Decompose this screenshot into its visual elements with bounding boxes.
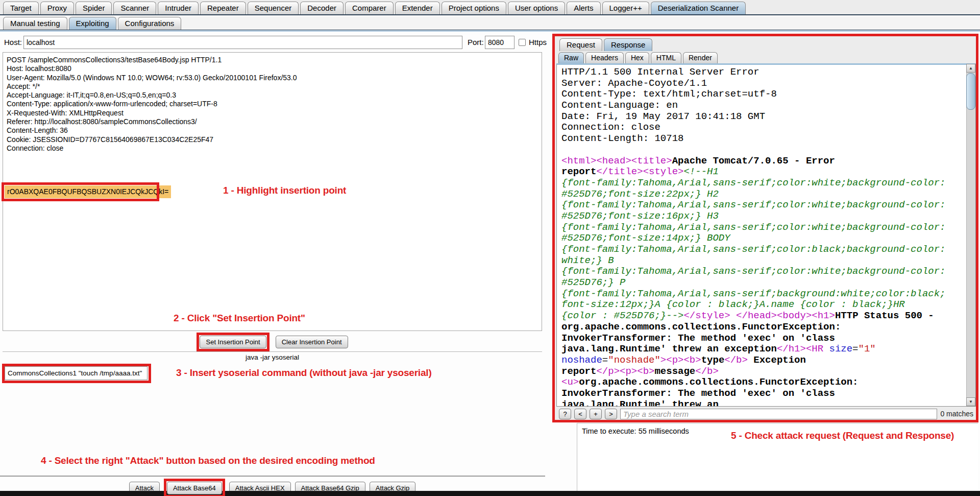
response-line: {font-family:Tahoma,Arial,sans-serif;col…	[561, 244, 962, 255]
tab-headers[interactable]: Headers	[585, 52, 624, 63]
burp-tab-bar: TargetProxySpiderScannerIntruderRepeater…	[0, 0, 980, 15]
request-header-line: Accept: */*	[7, 82, 542, 91]
tab-repeater[interactable]: Repeater	[200, 2, 246, 14]
response-line: {font-family:Tahoma,Arial,sans-serif;col…	[561, 222, 962, 233]
response-line: java.lang.Runtime' threw an	[561, 399, 962, 407]
tab-configurations[interactable]: Configurations	[118, 17, 182, 30]
tab-user-options[interactable]: User options	[508, 2, 565, 14]
divider	[0, 476, 545, 477]
https-label: Https	[529, 38, 547, 46]
annotation-box-step4: Attack Base64	[164, 479, 225, 496]
tab-decoder[interactable]: Decoder	[300, 2, 344, 14]
annotation-step2: 2 - Click "Set Insertion Point"	[174, 313, 305, 324]
request-header-line: User-Agent: Mozilla/5.0 (Windows NT 10.0…	[7, 74, 542, 82]
tab-intruder[interactable]: Intruder	[158, 2, 199, 14]
response-line: font-size:12px;}A {color : black;}A.name…	[561, 299, 962, 311]
ysoserial-command-input[interactable]	[5, 366, 148, 380]
search-next-button[interactable]: >	[605, 409, 617, 419]
annotation-step3: 3 - Insert ysoserial command (without ja…	[176, 367, 432, 379]
scroll-down-icon[interactable]: ▼	[966, 397, 975, 406]
response-viewer[interactable]: HTTP/1.1 500 Internal Server ErrorServer…	[556, 63, 976, 407]
request-headers: POST /sampleCommonsCollections3/testBase…	[3, 53, 542, 153]
response-search-bar: ?<+> 0 matches	[556, 407, 976, 420]
tab-logger[interactable]: Logger++	[602, 2, 649, 14]
response-line: Content-Language: en	[561, 100, 962, 111]
search-help-button[interactable]: ?	[559, 409, 571, 419]
clear-insertion-point-button[interactable]: Clear Insertion Point	[276, 336, 348, 348]
tab-target[interactable]: Target	[3, 2, 39, 14]
tab-html[interactable]: HTML	[651, 52, 681, 63]
host-label: Host:	[4, 38, 22, 46]
request-header-line: Content-Type: application/x-www-form-url…	[7, 100, 542, 108]
response-line: #525D76;} P	[561, 277, 962, 289]
response-line: InvokerTransformer: The method 'exec' on…	[561, 388, 962, 399]
response-line: <u>org.apache.commons.collections.Functo…	[561, 377, 962, 388]
tab-request[interactable]: Request	[559, 38, 602, 51]
response-line: org.apache.commons.collections.FunctorEx…	[561, 322, 962, 333]
response-line: Connection: close	[561, 122, 962, 133]
response-line: Content-Length: 10718	[561, 133, 962, 145]
tab-deserialization-scanner[interactable]: Deserialization Scanner	[651, 2, 746, 14]
tab-proxy[interactable]: Proxy	[40, 2, 74, 14]
message-tab-bar: RequestResponse	[559, 38, 654, 51]
tab-hex[interactable]: Hex	[625, 52, 649, 63]
https-checkbox[interactable]	[519, 39, 526, 46]
tab-raw[interactable]: Raw	[558, 52, 584, 63]
tabbar-separator	[0, 30, 980, 32]
scrollbar-track[interactable]	[966, 64, 975, 406]
tab-extender[interactable]: Extender	[395, 2, 440, 14]
response-line: <html><head><title>Apache Tomcat/7.0.65 …	[561, 156, 962, 167]
search-input[interactable]	[620, 409, 937, 419]
response-line: {font-family:Tahoma,Arial,sans-serif;col…	[561, 266, 962, 277]
request-header-line: Content-Length: 36	[7, 126, 542, 135]
burp-deserialization-scanner-window: TargetProxySpiderScannerIntruderRepeater…	[0, 0, 980, 496]
search-buttons: ?<+>	[559, 409, 617, 419]
tab-project-options[interactable]: Project options	[442, 2, 506, 14]
request-header-line: Host: localhost:8080	[7, 64, 542, 73]
response-line: {font-family:Tahoma,Arial,sans-serif;bac…	[561, 289, 962, 300]
tab-manual-testing[interactable]: Manual testing	[3, 17, 67, 30]
ysoserial-panel-title: java -jar ysoserial	[3, 353, 542, 361]
search-add-button[interactable]: +	[590, 409, 602, 419]
annotation-step4: 4 - Select the right "Attack" button bas…	[41, 455, 375, 466]
response-line: Server: Apache-Coyote/1.1	[561, 78, 962, 89]
response-line: #525D76;font-size:14px;} BODY	[561, 233, 962, 244]
set-insertion-point-button[interactable]: Set Insertion Point	[200, 336, 266, 348]
tab-alerts[interactable]: Alerts	[567, 2, 600, 14]
request-header-line: Cookie: JSESSIONID=D7767C81564069867E13C…	[7, 135, 542, 144]
response-line: #525D76;font-size:16px;} H3	[561, 211, 962, 222]
tab-render[interactable]: Render	[683, 52, 718, 63]
search-prev-button[interactable]: <	[574, 409, 586, 419]
insertion-point-highlight[interactable]: rO0ABXQAE0FBQUFBQSBUZXN0IEJCQkJCQkI=	[5, 185, 171, 198]
response-text: HTTP/1.1 500 Internal Server ErrorServer…	[557, 65, 975, 407]
response-line: {color : #525D76;}--></style> </head><bo…	[561, 311, 962, 322]
tab-exploiting[interactable]: Exploiting	[69, 17, 116, 30]
tab-comparer[interactable]: Comparer	[345, 2, 394, 14]
attack-base64-button[interactable]: Attack Base64	[167, 482, 222, 494]
time-to-execute: Time to execute: 55 milliseconds	[582, 427, 689, 435]
tab-scanner[interactable]: Scanner	[113, 2, 156, 14]
response-line: HTTP/1.1 500 Internal Server Error	[561, 67, 962, 78]
scrollbar-thumb[interactable]	[966, 73, 975, 110]
response-line: noshade="noshade"><p><b>type</b> Excepti…	[561, 355, 962, 366]
request-header-line: Connection: close	[7, 144, 542, 153]
insertion-button-row: Set Insertion Point Clear Insertion Poin…	[3, 333, 542, 351]
response-line: report</title><style><!--H1	[561, 167, 962, 178]
request-header-line: POST /sampleCommonsCollections3/testBase…	[7, 56, 542, 64]
annotation-step1: 1 - Highlight insertion point	[223, 185, 346, 196]
tab-spider[interactable]: Spider	[76, 2, 112, 14]
response-line: java.lang.Runtime' threw an exception</h…	[561, 344, 962, 355]
host-input[interactable]	[23, 36, 462, 49]
tab-response[interactable]: Response	[604, 38, 653, 51]
view-tab-bar: RawHeadersHexHTMLRender	[558, 52, 719, 63]
response-line: InvokerTransformer: The method 'exec' on…	[561, 333, 962, 344]
module-tab-bar: Manual testingExploitingConfigurations	[0, 16, 980, 30]
port-input[interactable]	[485, 36, 514, 49]
divider	[3, 351, 542, 352]
scroll-up-icon[interactable]: ▲	[966, 64, 975, 73]
annotation-step5: 5 - Check attack request (Request and Re…	[731, 430, 954, 441]
response-line: report</p><p><b>message</b>	[561, 366, 962, 377]
tab-sequencer[interactable]: Sequencer	[248, 2, 299, 14]
annotation-box-step2: Set Insertion Point	[197, 333, 269, 351]
response-line: Content-Type: text/html;charset=utf-8	[561, 89, 962, 100]
